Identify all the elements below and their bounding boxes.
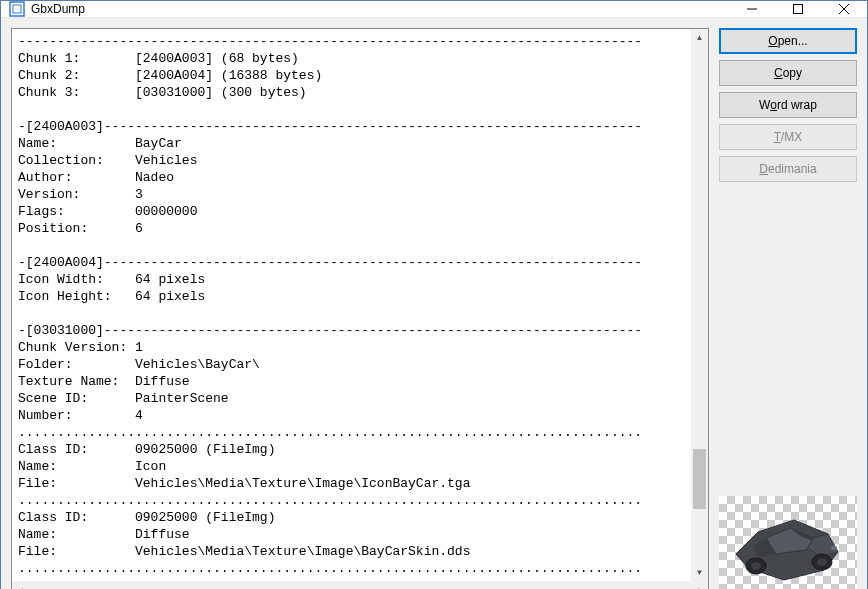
dedimania-label-rest: edimania: [768, 162, 817, 176]
svg-rect-0: [10, 2, 24, 16]
scroll-right-button[interactable]: ▸: [691, 581, 708, 589]
scroll-up-button[interactable]: ▲: [691, 29, 708, 46]
svg-point-14: [817, 558, 827, 566]
scroll-thumb[interactable]: [693, 449, 706, 509]
wordwrap-mnemonic: o: [770, 98, 777, 112]
window-controls: [729, 1, 867, 17]
wordwrap-pre: W: [759, 98, 770, 112]
vertical-scrollbar[interactable]: ▲ ▼: [691, 29, 708, 581]
app-icon: [9, 1, 25, 17]
maximize-button[interactable]: [775, 1, 821, 17]
copy-label-rest: opy: [783, 66, 802, 80]
minimize-button[interactable]: [729, 1, 775, 17]
dump-text-area[interactable]: ----------------------------------------…: [12, 29, 708, 581]
svg-rect-1: [13, 5, 21, 13]
dedimania-mnemonic: D: [759, 162, 768, 176]
wordwrap-post: rd wrap: [777, 98, 817, 112]
dump-text[interactable]: ----------------------------------------…: [12, 29, 691, 581]
tmx-label-rest: /MX: [781, 130, 802, 144]
svg-point-12: [751, 562, 761, 570]
button-panel: Open... Copy Word wrap T/MX Dedimania: [719, 28, 857, 589]
horizontal-scrollbar[interactable]: ◂ ▸: [12, 581, 708, 589]
close-button[interactable]: [821, 1, 867, 17]
window-title: GbxDump: [31, 2, 729, 16]
tmx-button: T/MX: [719, 124, 857, 150]
dump-panel: ----------------------------------------…: [11, 28, 709, 589]
panel-spacer: [719, 188, 857, 490]
dedimania-button: Dedimania: [719, 156, 857, 182]
client-area: ----------------------------------------…: [1, 18, 867, 589]
car-icon: [728, 508, 848, 588]
titlebar[interactable]: GbxDump: [1, 1, 867, 18]
scroll-left-button[interactable]: ◂: [12, 581, 29, 589]
open-label-rest: pen...: [778, 34, 808, 48]
wordwrap-button[interactable]: Word wrap: [719, 92, 857, 118]
icon-preview: [719, 496, 857, 589]
scroll-down-button[interactable]: ▼: [691, 564, 708, 581]
copy-button[interactable]: Copy: [719, 60, 857, 86]
svg-rect-3: [794, 5, 803, 14]
tmx-mnemonic: T: [774, 130, 781, 144]
copy-mnemonic: C: [774, 66, 783, 80]
open-mnemonic: O: [768, 34, 777, 48]
svg-point-15: [831, 545, 837, 549]
app-window: GbxDump --------------------------------…: [0, 0, 868, 589]
open-button[interactable]: Open...: [719, 28, 857, 54]
